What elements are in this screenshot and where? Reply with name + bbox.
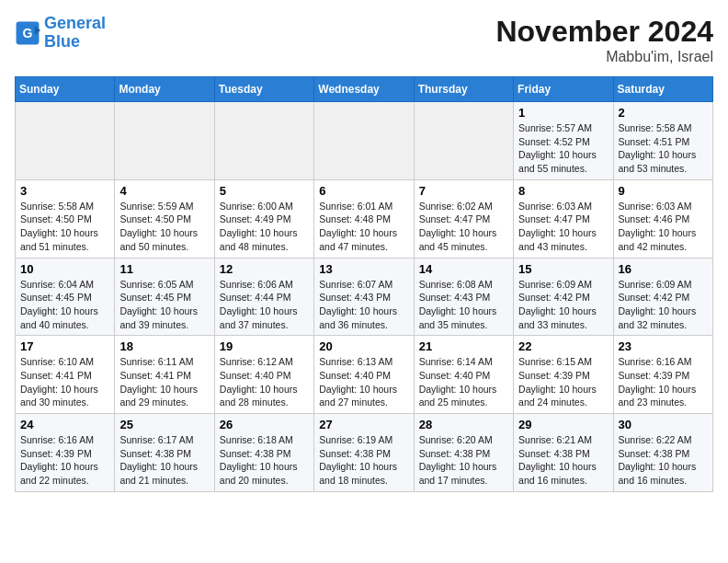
day-cell: 23Sunrise: 6:16 AMSunset: 4:39 PMDayligh… [613,336,712,414]
day-cell: 10Sunrise: 6:04 AMSunset: 4:45 PMDayligh… [16,258,115,336]
day-info: Sunrise: 6:06 AMSunset: 4:44 PMDaylight:… [220,278,309,332]
day-cell: 12Sunrise: 6:06 AMSunset: 4:44 PMDayligh… [214,258,313,336]
day-info: Sunrise: 6:07 AMSunset: 4:43 PMDaylight:… [319,278,408,332]
day-cell: 22Sunrise: 6:15 AMSunset: 4:39 PMDayligh… [514,336,613,414]
logo: G General Blue [15,15,106,52]
week-row-1: 3Sunrise: 5:58 AMSunset: 4:50 PMDaylight… [16,179,713,258]
day-info: Sunrise: 6:16 AMSunset: 4:39 PMDaylight:… [20,433,109,488]
day-cell: 15Sunrise: 6:09 AMSunset: 4:42 PMDayligh… [514,258,613,336]
day-cell: 30Sunrise: 6:22 AMSunset: 4:38 PMDayligh… [613,414,712,492]
day-info: Sunrise: 5:58 AMSunset: 4:50 PMDaylight:… [20,200,109,254]
day-info: Sunrise: 6:12 AMSunset: 4:40 PMDaylight:… [220,355,309,409]
day-cell: 4Sunrise: 5:59 AMSunset: 4:50 PMDaylight… [115,179,214,258]
day-number: 5 [220,184,309,198]
day-number: 15 [518,262,608,276]
logo-name2: Blue [44,33,106,52]
day-info: Sunrise: 6:03 AMSunset: 4:47 PMDaylight:… [518,200,608,254]
header-cell-tuesday: Tuesday [214,77,313,102]
day-info: Sunrise: 6:18 AMSunset: 4:38 PMDaylight:… [220,433,309,488]
day-number: 20 [319,339,408,353]
day-number: 1 [518,106,608,120]
day-info: Sunrise: 6:05 AMSunset: 4:45 PMDaylight:… [119,278,209,332]
day-cell: 19Sunrise: 6:12 AMSunset: 4:40 PMDayligh… [214,336,313,414]
calendar-body: 1Sunrise: 5:57 AMSunset: 4:52 PMDaylight… [16,102,713,492]
day-number: 18 [119,339,209,353]
day-cell [214,102,313,180]
day-number: 27 [319,418,408,431]
week-row-3: 17Sunrise: 6:10 AMSunset: 4:41 PMDayligh… [16,336,713,414]
day-cell: 18Sunrise: 6:11 AMSunset: 4:41 PMDayligh… [115,336,214,414]
day-number: 8 [518,184,608,198]
day-cell: 3Sunrise: 5:58 AMSunset: 4:50 PMDaylight… [16,179,115,258]
day-cell: 28Sunrise: 6:20 AMSunset: 4:38 PMDayligh… [414,414,513,492]
day-number: 17 [20,339,109,353]
header-cell-sunday: Sunday [16,77,115,102]
day-cell: 2Sunrise: 5:58 AMSunset: 4:51 PMDaylight… [613,102,712,180]
header-cell-saturday: Saturday [613,77,712,102]
day-cell: 11Sunrise: 6:05 AMSunset: 4:45 PMDayligh… [115,258,214,336]
day-number: 19 [220,339,309,353]
header-cell-friday: Friday [514,77,613,102]
location: Mabbu'im, Israel [495,49,713,65]
header-cell-wednesday: Wednesday [314,77,414,102]
day-info: Sunrise: 6:09 AMSunset: 4:42 PMDaylight:… [518,278,608,332]
logo-text: General Blue [44,15,106,52]
day-number: 2 [619,106,708,120]
day-info: Sunrise: 6:17 AMSunset: 4:38 PMDaylight:… [119,433,209,488]
day-info: Sunrise: 6:13 AMSunset: 4:40 PMDaylight:… [319,355,408,409]
day-cell: 27Sunrise: 6:19 AMSunset: 4:38 PMDayligh… [314,414,414,492]
day-cell [16,102,115,180]
day-cell: 1Sunrise: 5:57 AMSunset: 4:52 PMDaylight… [514,102,613,180]
title-area: November 2024 Mabbu'im, Israel [495,15,713,65]
day-cell: 26Sunrise: 6:18 AMSunset: 4:38 PMDayligh… [214,414,313,492]
day-number: 11 [119,262,209,276]
day-cell: 17Sunrise: 6:10 AMSunset: 4:41 PMDayligh… [16,336,115,414]
day-cell: 21Sunrise: 6:14 AMSunset: 4:40 PMDayligh… [414,336,513,414]
day-number: 22 [518,339,608,353]
day-number: 7 [419,184,508,198]
day-number: 6 [319,184,408,198]
svg-text:G: G [23,25,33,40]
day-cell [414,102,513,180]
day-number: 13 [319,262,408,276]
calendar-table: SundayMondayTuesdayWednesdayThursdayFrid… [15,76,713,492]
day-info: Sunrise: 6:09 AMSunset: 4:42 PMDaylight:… [619,278,708,332]
day-cell: 20Sunrise: 6:13 AMSunset: 4:40 PMDayligh… [314,336,414,414]
day-cell [314,102,414,180]
day-info: Sunrise: 5:58 AMSunset: 4:51 PMDaylight:… [619,121,708,176]
day-number: 29 [518,418,608,431]
day-number: 4 [119,184,209,198]
day-number: 12 [220,262,309,276]
day-cell: 16Sunrise: 6:09 AMSunset: 4:42 PMDayligh… [613,258,712,336]
day-cell: 25Sunrise: 6:17 AMSunset: 4:38 PMDayligh… [115,414,214,492]
day-info: Sunrise: 6:00 AMSunset: 4:49 PMDaylight:… [220,200,309,254]
day-number: 3 [20,184,109,198]
day-info: Sunrise: 6:14 AMSunset: 4:40 PMDaylight:… [419,355,508,409]
day-info: Sunrise: 6:04 AMSunset: 4:45 PMDaylight:… [20,278,109,332]
page-header: G General Blue November 2024 Mabbu'im, I… [15,15,713,65]
day-number: 14 [419,262,508,276]
header-cell-thursday: Thursday [414,77,513,102]
day-number: 21 [419,339,508,353]
day-info: Sunrise: 6:08 AMSunset: 4:43 PMDaylight:… [419,278,508,332]
day-number: 26 [220,418,309,431]
day-cell: 14Sunrise: 6:08 AMSunset: 4:43 PMDayligh… [414,258,513,336]
logo-icon: G [15,20,40,46]
day-info: Sunrise: 6:10 AMSunset: 4:41 PMDaylight:… [20,355,109,409]
day-number: 9 [619,184,708,198]
day-cell: 8Sunrise: 6:03 AMSunset: 4:47 PMDaylight… [514,179,613,258]
day-info: Sunrise: 5:57 AMSunset: 4:52 PMDaylight:… [518,121,608,176]
day-cell: 24Sunrise: 6:16 AMSunset: 4:39 PMDayligh… [16,414,115,492]
day-info: Sunrise: 6:22 AMSunset: 4:38 PMDaylight:… [619,433,708,488]
day-cell: 6Sunrise: 6:01 AMSunset: 4:48 PMDaylight… [314,179,414,258]
week-row-4: 24Sunrise: 6:16 AMSunset: 4:39 PMDayligh… [16,414,713,492]
day-info: Sunrise: 6:11 AMSunset: 4:41 PMDaylight:… [119,355,209,409]
day-cell: 5Sunrise: 6:00 AMSunset: 4:49 PMDaylight… [214,179,313,258]
day-info: Sunrise: 6:21 AMSunset: 4:38 PMDaylight:… [518,433,608,488]
day-cell [115,102,214,180]
day-info: Sunrise: 6:01 AMSunset: 4:48 PMDaylight:… [319,200,408,254]
month-title: November 2024 [495,15,713,49]
day-number: 23 [619,339,708,353]
day-cell: 7Sunrise: 6:02 AMSunset: 4:47 PMDaylight… [414,179,513,258]
day-cell: 29Sunrise: 6:21 AMSunset: 4:38 PMDayligh… [514,414,613,492]
